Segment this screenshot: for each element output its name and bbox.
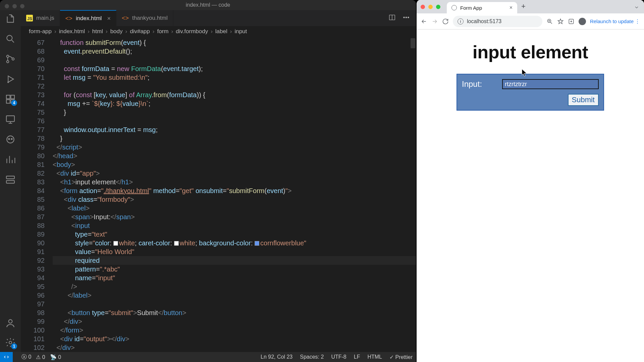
- settings-icon[interactable]: 1: [5, 337, 16, 348]
- code-content[interactable]: function submitForm(event) { event.preve…: [53, 37, 416, 352]
- split-editor-icon[interactable]: [388, 14, 396, 22]
- tab-title: Form App: [460, 5, 482, 11]
- remote-explorer-icon[interactable]: [5, 114, 16, 125]
- svg-rect-9: [6, 116, 14, 121]
- vscode-traffic-lights: [5, 4, 24, 8]
- settings-badge: 1: [11, 343, 17, 349]
- breadcrumb-item[interactable]: div.formbody: [176, 28, 208, 35]
- form-body: Input: Submit: [457, 74, 604, 111]
- status-formatter[interactable]: ✓ Prettier: [389, 354, 413, 360]
- new-tab-button[interactable]: +: [521, 2, 526, 11]
- status-indentation[interactable]: Spaces: 2: [300, 354, 324, 360]
- svg-rect-13: [6, 176, 14, 179]
- js-file-icon: JS: [26, 15, 33, 21]
- svg-point-12: [11, 138, 12, 139]
- svg-point-16: [9, 341, 12, 344]
- status-eol[interactable]: LF: [354, 354, 360, 360]
- status-warnings[interactable]: ⚠ 0: [36, 354, 45, 360]
- window-title: index.html — code: [186, 2, 230, 8]
- site-info-icon[interactable]: i: [458, 18, 464, 24]
- chrome-titlebar: Form App × +: [417, 0, 644, 13]
- forward-button[interactable]: [431, 18, 438, 25]
- breadcrumbs[interactable]: form-app›index.html›html›body›div#app›fo…: [21, 26, 416, 37]
- status-bar: ⓧ 0 ⚠ 0 📡 0 Ln 92, Col 23 Spaces: 2 UTF-…: [0, 352, 416, 362]
- tab-label: index.html: [76, 15, 102, 22]
- traffic-min[interactable]: [12, 4, 17, 8]
- graph-icon[interactable]: [5, 154, 16, 165]
- page-heading: input element: [433, 42, 627, 62]
- profile-avatar[interactable]: [579, 18, 586, 25]
- tab-close-icon[interactable]: ×: [509, 5, 513, 11]
- traffic-close[interactable]: [5, 4, 9, 8]
- status-language[interactable]: HTML: [367, 354, 382, 360]
- chrome-window: Form App × + i localhost:5173 Relaunch t…: [416, 0, 644, 362]
- back-button[interactable]: [421, 18, 427, 25]
- breadcrumb-item[interactable]: index.html: [59, 28, 85, 35]
- breadcrumb-item[interactable]: div#app: [130, 28, 150, 35]
- minimize-button[interactable]: [428, 5, 433, 9]
- html-file-icon: <>: [122, 15, 129, 22]
- tab-thankyou-html[interactable]: <> thankyou.html: [116, 10, 173, 26]
- status-errors[interactable]: ⓧ 0: [21, 354, 31, 361]
- status-cursor-position[interactable]: Ln 92, Col 23: [261, 354, 292, 360]
- svg-point-18: [404, 17, 405, 18]
- run-debug-icon[interactable]: [5, 74, 16, 84]
- code-editor[interactable]: 6768697071727374757677787980818283848586…: [21, 37, 416, 352]
- submit-button[interactable]: Submit: [568, 94, 599, 106]
- status-ports[interactable]: 📡 0: [50, 354, 61, 360]
- tab-label: thankyou.html: [132, 15, 168, 21]
- text-input[interactable]: [502, 79, 599, 89]
- traffic-max[interactable]: [20, 4, 24, 8]
- svg-rect-6: [6, 100, 10, 103]
- relaunch-button[interactable]: Relaunch to update ⋮: [590, 18, 640, 24]
- explorer-icon[interactable]: [5, 13, 16, 24]
- close-button[interactable]: [421, 5, 425, 9]
- svg-point-2: [7, 61, 9, 63]
- remote-indicator[interactable]: [0, 352, 13, 362]
- breadcrumb-item[interactable]: form-app: [29, 28, 52, 35]
- maximize-button[interactable]: [436, 5, 440, 9]
- tabs-bar: JS main.js <> index.html × <> thankyou.h…: [21, 10, 416, 26]
- account-icon[interactable]: [5, 318, 16, 328]
- svg-point-20: [408, 17, 409, 18]
- editor-area: JS main.js <> index.html × <> thankyou.h…: [21, 10, 416, 352]
- copilot-icon[interactable]: [5, 134, 16, 145]
- breadcrumb-item[interactable]: input: [234, 28, 247, 35]
- svg-point-0: [7, 35, 12, 41]
- source-control-icon[interactable]: [5, 54, 16, 64]
- svg-point-15: [9, 319, 12, 323]
- status-encoding[interactable]: UTF-8: [331, 354, 346, 360]
- zoom-icon[interactable]: [546, 18, 553, 25]
- url-text[interactable]: localhost:5173: [467, 18, 501, 24]
- tab-label: main.js: [36, 15, 54, 21]
- chrome-traffic-lights: [421, 5, 440, 9]
- address-bar[interactable]: i localhost:5173: [453, 16, 542, 27]
- svg-point-4: [8, 82, 9, 83]
- bookmark-icon[interactable]: [557, 18, 564, 25]
- vscode-titlebar: index.html — code: [0, 0, 416, 10]
- vscode-body: 4 1: [0, 10, 416, 352]
- breadcrumb-item[interactable]: html: [92, 28, 103, 35]
- install-app-icon[interactable]: [568, 18, 575, 25]
- breadcrumb-item[interactable]: form: [157, 28, 168, 35]
- svg-point-3: [12, 58, 14, 60]
- html-file-icon: <>: [65, 15, 72, 22]
- breadcrumb-item[interactable]: label: [215, 28, 227, 35]
- tab-main-js[interactable]: JS main.js: [21, 10, 60, 26]
- tab-index-html[interactable]: <> index.html ×: [60, 10, 116, 26]
- svg-rect-14: [6, 181, 14, 183]
- minimap-slider[interactable]: [411, 38, 415, 48]
- svg-rect-5: [6, 95, 10, 99]
- server-icon[interactable]: [5, 174, 16, 185]
- reload-button[interactable]: [442, 18, 449, 25]
- search-icon[interactable]: [5, 34, 16, 44]
- expand-tabs-icon[interactable]: [634, 5, 639, 11]
- menu-icon[interactable]: ⋮: [635, 18, 640, 24]
- browser-tab[interactable]: Form App ×: [447, 2, 517, 13]
- breadcrumb-item[interactable]: body: [110, 28, 123, 35]
- more-actions-icon[interactable]: [402, 14, 410, 22]
- svg-point-19: [406, 17, 407, 18]
- extensions-icon[interactable]: 4: [5, 94, 16, 105]
- activity-bar: 4 1: [0, 10, 21, 352]
- tab-close-icon[interactable]: ×: [107, 15, 111, 22]
